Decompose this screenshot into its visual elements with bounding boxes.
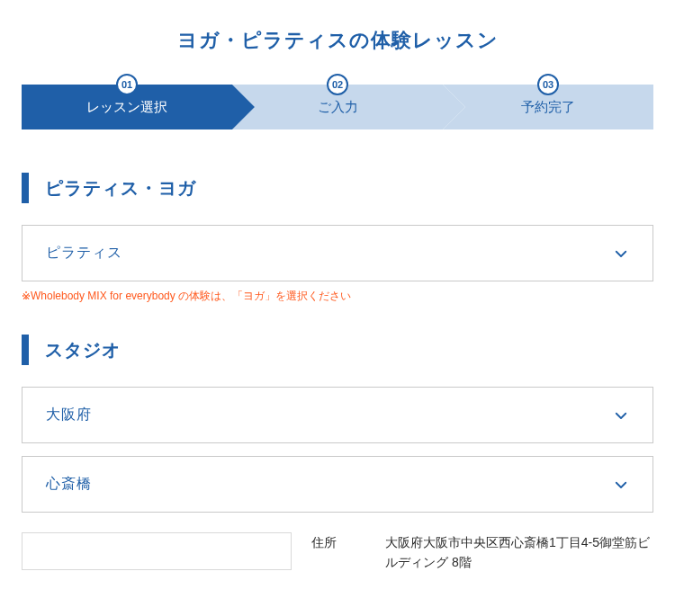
progress-stepper: 01 レッスン選択 02 ご入力 03 予約完了 [22, 85, 653, 129]
page-title: ヨガ・ピラティスの体験レッスン [22, 27, 653, 54]
prefecture-select-value: 大阪府 [46, 406, 92, 424]
step-lesson-select: 01 レッスン選択 [22, 85, 232, 129]
step-badge: 02 [327, 74, 348, 95]
category-note: ※Wholebody MIX for everybody の体験は、「ヨガ」を選… [22, 289, 653, 304]
step-badge: 01 [116, 74, 138, 95]
step-badge: 03 [537, 74, 559, 95]
prefecture-select[interactable]: 大阪府 [22, 387, 653, 443]
studio-thumbnail [22, 532, 292, 570]
chevron-down-icon [613, 246, 629, 262]
step-label: 予約完了 [521, 99, 575, 116]
heading-bar [22, 335, 29, 365]
section-title: ピラティス・ヨガ [45, 176, 196, 201]
section-heading-category: ピラティス・ヨガ [22, 173, 653, 203]
chevron-down-icon [613, 477, 629, 493]
step-label: レッスン選択 [86, 99, 167, 116]
step-complete: 03 予約完了 [443, 85, 653, 129]
studio-select-value: 心斎橋 [46, 475, 92, 494]
section-heading-studio: スタジオ [22, 335, 653, 365]
studio-select[interactable]: 心斎橋 [22, 456, 653, 513]
section-title: スタジオ [45, 338, 121, 362]
category-select-value: ピラティス [46, 244, 122, 263]
studio-detail: 住所 大阪府大阪市中央区西心斎橋1丁目4-5御堂筋ビルディング 8階 [22, 532, 653, 573]
chevron-down-icon [613, 407, 629, 424]
step-input: 02 ご入力 [232, 85, 443, 129]
address-label: 住所 [311, 532, 365, 573]
step-label: ご入力 [318, 99, 358, 116]
studio-detail-grid: 住所 大阪府大阪市中央区西心斎橋1丁目4-5御堂筋ビルディング 8階 [311, 532, 653, 573]
heading-bar [22, 173, 29, 203]
category-select[interactable]: ピラティス [22, 225, 653, 281]
address-value: 大阪府大阪市中央区西心斎橋1丁目4-5御堂筋ビルディング 8階 [385, 532, 653, 573]
